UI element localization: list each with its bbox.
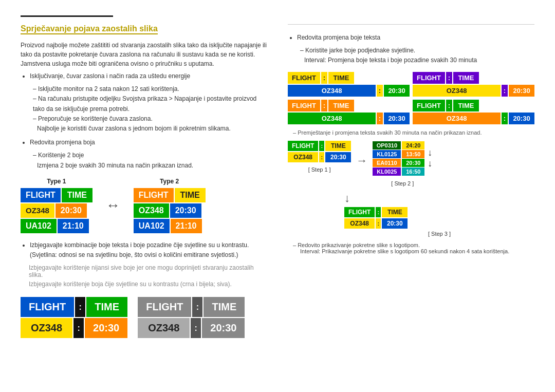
dash-2a: Korištenje 2 boje [33, 151, 267, 160]
s2r4c2: 16:50 [402, 167, 424, 176]
intro-text: Proizvod najbolje možete zaštititi od st… [21, 41, 267, 68]
type1-time-cell: TIME [62, 188, 92, 202]
s3-oz348: OZ348 [344, 218, 375, 229]
dash-1b: Na računalu pristupite odjeljku Svojstva… [33, 94, 267, 114]
note1: Izbjegavajte korištenje nijansi sive boj… [21, 264, 267, 278]
section-title: Sprječavanje pojava zaostalih slika [21, 24, 158, 34]
cb2-oz348: OZ348 [413, 85, 501, 97]
bullet-2: Redovita promjena boja [30, 138, 267, 147]
step-arrow-right: → [356, 154, 367, 167]
cb3-flight: FLIGHT [288, 100, 320, 111]
top-divider [21, 15, 113, 17]
type2-oz348-cell: OZ348 [134, 203, 169, 218]
type2-time-cell: TIME [175, 188, 206, 202]
cb1-flight: FLIGHT [288, 72, 320, 84]
dash-1d: Najbolje je koristiti čuvar zaslona s je… [21, 124, 267, 134]
step1-label: [ Step 1 ] [308, 166, 331, 173]
down-arrows-icon: ↓ ↓ [428, 147, 432, 169]
black-time-label: TIME [86, 297, 127, 317]
type1-label: Type 1 [21, 178, 92, 185]
cb3-colon2: : [377, 113, 383, 124]
gray-flight-box: FLIGHT : TIME OZ348 : 20:30 [138, 297, 245, 338]
cb3-colon: : [321, 100, 327, 111]
cb2-colon2: : [502, 85, 508, 97]
right-note3: Interval: Prikazivanje pokretne slike s … [288, 248, 534, 254]
color-box-2: FLIGHT : TIME OZ348 : 20:30 [413, 72, 534, 97]
s2r1c1: OP0310 [373, 141, 401, 150]
black-colon-label: : [75, 297, 85, 317]
right-dash-1a: Koristite jarke boje podjednake svjetlin… [300, 46, 534, 55]
type1-ua102-cell: UA102 [21, 219, 57, 233]
type2-block: Type 2 FLIGHT TIME OZ348 20:30 UA102 21:… [134, 178, 206, 233]
right-note2: – Redovito prikazivanje pokretne slike s… [288, 242, 534, 248]
color-box-3: FLIGHT : TIME OZ348 : 20:30 [288, 100, 410, 124]
s1-flight: FLIGHT [288, 141, 318, 151]
cb4-2030: 20:30 [509, 113, 534, 124]
s3-time: TIME [382, 207, 408, 217]
type2-label: Type 2 [134, 178, 206, 185]
gray-flight-label: FLIGHT [138, 297, 191, 317]
black-flight-label: FLIGHT [21, 297, 74, 317]
type1-2030-cell: 20:30 [55, 203, 87, 218]
cb2-2030: 20:30 [509, 85, 534, 97]
s2r2c2: 13:50 [402, 150, 424, 158]
color-box-4: FLIGHT : TIME OZ348 : 20:30 [413, 100, 534, 124]
type2-flight-box: FLIGHT TIME OZ348 20:30 UA102 21:10 [134, 188, 206, 233]
cb4-colon: : [446, 100, 452, 111]
cb4-time: TIME [453, 100, 479, 111]
cb1-2030: 20:30 [384, 85, 410, 97]
gray-2030-label: 20:30 [202, 318, 245, 338]
s3-colon2: : [376, 218, 381, 229]
cb3-oz348: OZ348 [288, 113, 376, 124]
black-colon2-label: : [73, 318, 84, 338]
s3-2030: 20:30 [382, 218, 408, 229]
s2r2c1: KL0125 [373, 150, 401, 158]
black-2030-label: 20:30 [85, 318, 127, 338]
s1-colon2: : [319, 152, 324, 162]
right-dash-1b: Interval: Promjena boje teksta i boje po… [288, 55, 534, 65]
step2-rows-box: OP0310 24:20 KL0125 13:50 EA0110 20:30 [373, 141, 424, 176]
swap-arrow-icon: ↔ [106, 197, 120, 214]
type1-oz348-cell: OZ348 [21, 203, 54, 218]
s3-flight: FLIGHT [344, 207, 375, 217]
color-grid: FLIGHT : TIME OZ348 : 20:30 FLIGHT : TIM… [288, 72, 534, 124]
step3-flight: FLIGHT : TIME OZ348 : 20:30 [344, 207, 408, 229]
gray-time-label: TIME [203, 297, 245, 317]
cb4-oz348: OZ348 [413, 113, 501, 124]
s1-oz348: OZ348 [288, 152, 318, 162]
type1-flight-cell: FLIGHT [21, 188, 61, 202]
step1-flight: FLIGHT : TIME OZ348 : 20:30 [288, 141, 351, 162]
types-row: Type 1 FLIGHT TIME OZ348 20:30 UA102 21:… [21, 178, 267, 233]
cb3-2030: 20:30 [384, 113, 410, 124]
type2-ua102-cell: UA102 [134, 219, 170, 233]
color-box-1: FLIGHT : TIME OZ348 : 20:30 [288, 72, 410, 97]
gray-colon2-label: : [191, 318, 201, 338]
right-note1: – Premještanje i promjena teksta svakih … [288, 129, 534, 136]
gray-colon-label: : [192, 297, 202, 317]
dash-1c: Preporučuje se korištenje čuvara zaslona… [33, 114, 267, 124]
type2-2110-cell: 21:10 [171, 219, 202, 233]
bullet-3: Izbjegavajte kombinacije boje teksta i b… [30, 240, 267, 260]
s1-colon: : [319, 141, 324, 151]
s2r4c1: KL0025 [373, 167, 401, 176]
step3-section: ↓ FLIGHT : TIME OZ348 : 20:30 [ Step 3 ] [344, 192, 534, 237]
cb2-time: TIME [453, 72, 479, 84]
note2: Izbjegavajte korištenje boja čije svjetl… [21, 281, 267, 288]
cb2-colon: : [446, 72, 452, 84]
type2-2030-cell: 20:30 [170, 203, 201, 218]
black-oz348-label: OZ348 [21, 318, 72, 338]
cb2-flight: FLIGHT [413, 72, 445, 84]
steps-section: FLIGHT : TIME OZ348 : 20:30 [ Step 1 ] → [288, 141, 534, 186]
left-column: Sprječavanje pojava zaostalih slika Proi… [21, 24, 267, 338]
cb4-flight: FLIGHT [413, 100, 445, 111]
cb4-colon2: : [502, 113, 508, 124]
gray-oz348-label: OZ348 [138, 318, 190, 338]
dash-1a: Isključite monitor na 2 sata nakon 12 sa… [33, 84, 267, 94]
cb1-colon2: : [377, 85, 383, 97]
black-flight-box: FLIGHT : TIME OZ348 : 20:30 [21, 297, 127, 338]
type1-2110-cell: 21:10 [58, 219, 89, 233]
right-bullet-1: Redovita promjena boje teksta [297, 33, 534, 43]
step3-arrow-down: ↓ [344, 192, 350, 205]
s3-colon: : [376, 207, 381, 217]
dash-2b: Izmjena 2 boje svakih 30 minuta na način… [21, 161, 267, 171]
